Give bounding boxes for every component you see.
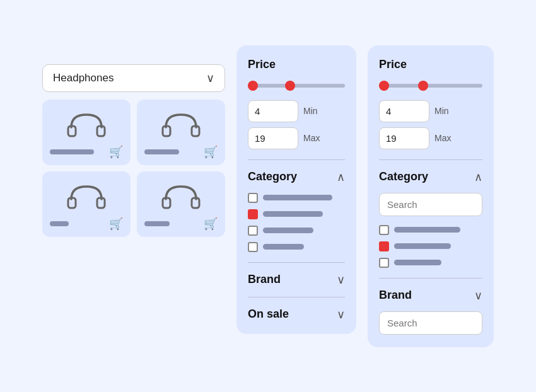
category-title: Category — [379, 170, 428, 183]
price-title: Price — [248, 58, 345, 71]
category-checkbox[interactable] — [248, 226, 258, 236]
brand-title: Brand — [379, 289, 412, 302]
category-item — [379, 225, 482, 235]
price-bar — [144, 221, 170, 226]
price-title: Price — [379, 58, 482, 71]
slider-thumb-max[interactable] — [285, 81, 295, 91]
product-grid: 🛒 🛒 — [42, 100, 225, 237]
chevron-up-icon: ∧ — [337, 170, 345, 184]
cart-icon[interactable]: 🛒 — [204, 145, 218, 159]
category-bar — [394, 260, 441, 265]
category-search-wrapper — [379, 193, 482, 216]
category-header[interactable]: Category ∧ — [379, 170, 482, 184]
product-card: 🛒 — [137, 171, 225, 237]
price-bar — [50, 149, 94, 154]
category-bar — [263, 195, 332, 200]
category-header[interactable]: Category ∧ — [248, 170, 345, 184]
price-bar — [144, 149, 179, 154]
category-dropdown[interactable]: Headphones ∨ — [42, 64, 225, 92]
headphones-icon — [160, 108, 202, 140]
divider — [379, 278, 482, 279]
category-item — [248, 242, 345, 252]
product-card: 🛒 — [42, 171, 131, 237]
headphones-icon — [65, 108, 108, 140]
max-label: Max — [303, 133, 320, 143]
min-price-input[interactable] — [379, 100, 429, 122]
cart-icon[interactable]: 🛒 — [204, 217, 218, 231]
main-layout: Headphones ∨ 🛒 — [30, 33, 506, 360]
max-price-input[interactable] — [248, 127, 298, 149]
max-price-row: Max — [379, 127, 482, 149]
card-footer: 🛒 — [144, 145, 218, 159]
category-item — [248, 226, 345, 236]
chevron-down-icon: ∨ — [337, 273, 345, 287]
category-bar — [263, 228, 313, 233]
price-bar — [50, 221, 69, 226]
category-item — [379, 241, 482, 251]
cart-icon[interactable]: 🛒 — [109, 145, 123, 159]
product-card: 🛒 — [137, 100, 225, 165]
max-price-input[interactable] — [379, 127, 429, 149]
min-label: Min — [303, 106, 318, 116]
headphones-icon — [160, 180, 202, 212]
category-title: Category — [248, 170, 297, 183]
max-price-row: Max — [248, 127, 345, 149]
price-slider[interactable] — [379, 84, 482, 88]
slider-thumb-max[interactable] — [418, 81, 428, 91]
divider — [248, 297, 345, 297]
category-checkbox[interactable] — [248, 193, 258, 203]
category-checkbox[interactable] — [379, 225, 389, 235]
divider — [379, 159, 482, 160]
card-footer: 🛒 — [50, 145, 123, 159]
slider-thumb-min[interactable] — [379, 81, 389, 91]
brand-header[interactable]: Brand ∨ — [379, 289, 482, 303]
filter-panel-left: Price Min Max Category ∧ — [236, 45, 356, 334]
cart-icon[interactable]: 🛒 — [109, 217, 123, 231]
onsale-header[interactable]: On sale ∨ — [248, 308, 345, 321]
category-bar — [263, 211, 323, 217]
card-footer: 🛒 — [144, 217, 218, 231]
slider-thumb-min[interactable] — [248, 81, 258, 91]
category-item — [248, 209, 345, 219]
category-bar — [394, 227, 460, 233]
chevron-up-icon: ∧ — [474, 170, 482, 184]
category-checkbox[interactable] — [379, 258, 389, 268]
category-bar — [394, 243, 451, 249]
category-bar — [263, 244, 304, 250]
category-item — [379, 258, 482, 268]
brand-header[interactable]: Brand ∨ — [248, 273, 345, 287]
onsale-title: On sale — [248, 308, 289, 321]
min-price-row: Min — [379, 100, 482, 122]
filter-panel-right: Price Min Max Category ∧ — [368, 45, 494, 347]
card-footer: 🛒 — [50, 217, 123, 231]
chevron-down-icon: ∨ — [337, 308, 345, 321]
headphones-icon — [65, 180, 108, 212]
brand-title: Brand — [248, 273, 281, 286]
category-checkbox[interactable] — [248, 209, 258, 219]
brand-search-wrapper — [379, 311, 482, 335]
category-label: Headphones — [53, 72, 114, 84]
max-label: Max — [434, 133, 451, 143]
divider — [248, 159, 345, 160]
chevron-down-icon: ∨ — [474, 289, 482, 303]
price-inputs: Min Max — [248, 100, 345, 149]
divider — [248, 262, 345, 263]
chevron-down-icon: ∨ — [206, 71, 214, 85]
min-label: Min — [434, 106, 449, 116]
category-checkbox[interactable] — [379, 241, 389, 251]
price-inputs: Min Max — [379, 100, 482, 149]
category-checkbox[interactable] — [248, 242, 258, 252]
brand-search-input[interactable] — [379, 311, 482, 335]
left-panel: Headphones ∨ 🛒 — [42, 64, 225, 237]
category-list — [248, 193, 345, 252]
category-item — [248, 193, 345, 203]
product-card: 🛒 — [42, 100, 131, 165]
category-list — [379, 225, 482, 268]
price-slider[interactable] — [248, 84, 345, 88]
min-price-row: Min — [248, 100, 345, 122]
category-search-input[interactable] — [379, 193, 482, 216]
min-price-input[interactable] — [248, 100, 298, 122]
